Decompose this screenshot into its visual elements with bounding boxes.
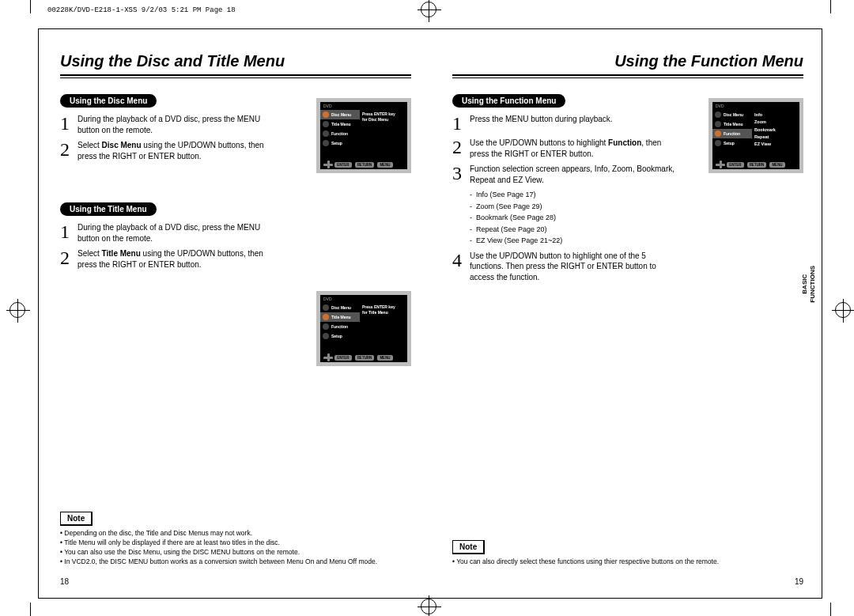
- step-text: Function selection screen appears, Info,…: [470, 164, 675, 185]
- print-header: 00228K/DVD-E218-1-XSS 9/2/03 5:21 PM Pag…: [47, 6, 236, 14]
- step-text: During the playback of a DVD disc, press…: [77, 222, 283, 244]
- screen-disc-menu: DVD Disc Menu Title Menu Function Setup …: [316, 98, 411, 173]
- page-title-right: Using the Function Menu: [452, 52, 803, 73]
- notes-right: Note • You can also directly select thes…: [452, 539, 803, 567]
- function-icon: [323, 130, 329, 137]
- step-2-title: 2 Select Title Menu using the UP/DOWN bu…: [60, 248, 411, 270]
- title-icon: [323, 314, 329, 320]
- page-number-left: 18: [60, 577, 69, 586]
- step-text: Select Disc Menu using the UP/DOWN butto…: [77, 140, 283, 161]
- registration-mark-icon: [9, 302, 25, 318]
- note-line: • In VCD2.0, the DISC MENU button works …: [60, 557, 411, 567]
- step-text: Use the UP/DOWN button to highlight one …: [470, 251, 675, 283]
- disc-icon: [323, 111, 329, 118]
- disc-icon: [323, 304, 329, 311]
- step-number: 2: [60, 248, 73, 270]
- registration-mark-icon: [421, 599, 436, 614]
- notes-left: Note • Depending on the disc, the Title …: [60, 510, 411, 567]
- step-number: 2: [60, 140, 73, 161]
- registration-mark-icon: [835, 302, 851, 318]
- setup-icon: [323, 140, 329, 146]
- step-text: Select Title Menu using the UP/DOWN butt…: [77, 248, 283, 270]
- step-1-title: 1 During the playback of a DVD disc, pre…: [60, 222, 411, 244]
- step-4-func: 4 Use the UP/DOWN button to highlight on…: [452, 251, 803, 283]
- sub-list: - Info (See Page 17) - Zoom (See Page 29…: [470, 190, 803, 246]
- section-pill-disc: Using the Disc Menu: [60, 94, 157, 108]
- screen-header: DVD: [320, 102, 407, 110]
- setup-icon: [715, 140, 721, 146]
- step-number: 1: [60, 114, 73, 135]
- step-text: Press the MENU button during playback.: [470, 114, 613, 133]
- setup-icon: [323, 333, 329, 339]
- left-page: Using the Disc and Title Menu Using the …: [47, 44, 424, 589]
- screen-function-menu: DVD Disc Menu Title Menu Function Setup …: [709, 98, 803, 173]
- function-icon: [323, 323, 329, 330]
- note-line: • You can also directly select these fun…: [452, 557, 803, 567]
- note-line: • Depending on the disc, the Title and D…: [60, 529, 411, 539]
- note-label: Note: [452, 540, 485, 554]
- section-pill-function: Using the Function Menu: [452, 94, 565, 108]
- page-title-left: Using the Disc and Title Menu: [60, 52, 411, 73]
- step-text: Use the UP/DOWN buttons to highlight Fun…: [470, 138, 675, 159]
- step-number: 3: [452, 164, 465, 185]
- disc-icon: [715, 111, 721, 118]
- title-icon: [715, 121, 721, 127]
- section-pill-title: Using the Title Menu: [60, 202, 157, 216]
- note-line: • Title Menu will only be displayed if t…: [60, 539, 411, 548]
- page-number-right: 19: [795, 577, 803, 586]
- step-text: During the playback of a DVD disc, press…: [77, 114, 283, 135]
- title-icon: [323, 121, 329, 127]
- note-label: Note: [60, 512, 93, 526]
- step-number: 2: [452, 138, 465, 159]
- title-rule: [452, 74, 803, 78]
- step-number: 4: [452, 251, 465, 283]
- note-line: • You can also use the Disc Menu, using …: [60, 548, 411, 557]
- registration-mark-icon: [421, 2, 436, 17]
- function-icon: [715, 130, 721, 137]
- title-rule: [60, 74, 411, 78]
- step-number: 1: [452, 114, 465, 133]
- screen-title-menu: DVD Disc Menu Title Menu Function Setup …: [316, 291, 411, 366]
- step-number: 1: [60, 222, 73, 244]
- side-tab: BASICFUNCTIONS: [801, 266, 816, 303]
- right-page: Using the Function Menu Using the Functi…: [440, 44, 816, 589]
